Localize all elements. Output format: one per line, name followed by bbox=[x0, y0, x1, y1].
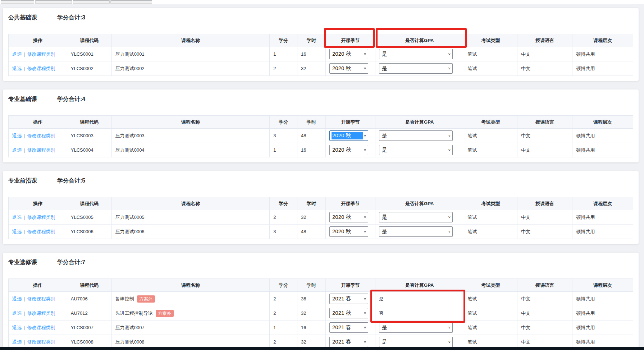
level-cell: 硕博共用 bbox=[572, 210, 633, 225]
modify-course-type-link[interactable]: 修改课程类别 bbox=[27, 147, 55, 153]
hours-cell: 36 bbox=[297, 292, 326, 306]
chevron-down-icon: ∨ bbox=[364, 297, 366, 300]
gpa-cell: 是∨ bbox=[375, 225, 464, 239]
language-cell: 中文 bbox=[517, 210, 572, 225]
modify-course-type-link[interactable]: 修改课程类别 bbox=[27, 324, 55, 331]
course-code-cell: YLCS0005 bbox=[67, 210, 112, 225]
chevron-down-icon: ∨ bbox=[364, 134, 366, 137]
season-select[interactable]: 2020 秋∨ bbox=[329, 226, 368, 237]
gpa-value-text: 否 bbox=[379, 310, 384, 317]
course-code-cell: AU7006 bbox=[67, 292, 112, 306]
table-row: 退选|修改课程类别YLCS0006压力测试00063482020 秋∨是∨笔试中… bbox=[9, 225, 633, 239]
season-select[interactable]: 2021 春∨ bbox=[329, 322, 368, 333]
gpa-select-value: 是 bbox=[381, 324, 447, 331]
column-header-level: 课程层次 bbox=[572, 34, 633, 47]
season-select[interactable]: 2020 秋∨ bbox=[329, 212, 368, 222]
language-cell: 中文 bbox=[517, 61, 572, 76]
column-header-exam-type: 考试类型 bbox=[464, 116, 518, 129]
course-name: 压力测试0006 bbox=[115, 229, 145, 235]
season-select[interactable]: 2021 秋∨ bbox=[329, 308, 368, 318]
season-cell: 2020 秋∨ bbox=[326, 225, 375, 239]
language-cell: 中文 bbox=[517, 321, 572, 335]
gpa-select[interactable]: 是∨ bbox=[379, 63, 453, 74]
link-separator: | bbox=[24, 66, 25, 71]
modify-course-type-link[interactable]: 修改课程类别 bbox=[27, 51, 55, 57]
column-header-level: 课程层次 bbox=[572, 116, 633, 129]
column-header-operation: 操作 bbox=[9, 34, 67, 47]
operation-cell: 退选|修改课程类别 bbox=[9, 129, 67, 143]
column-header-season: 开课季节 bbox=[326, 279, 375, 292]
credit-total: 学分合计:3 bbox=[57, 14, 85, 22]
season-select[interactable]: 2020 秋∨ bbox=[329, 130, 368, 141]
gpa-select[interactable]: 是∨ bbox=[379, 337, 453, 347]
level-cell: 硕博共用 bbox=[572, 225, 633, 239]
deselect-link[interactable]: 退选 bbox=[12, 147, 22, 153]
exam-type-cell: 笔试 bbox=[464, 321, 518, 335]
course-name-cell: 压力测试0003 bbox=[112, 129, 270, 143]
table-row: 退选|修改课程类别YLCS0003压力测试00033482020 秋∨是∨笔试中… bbox=[9, 129, 633, 143]
modify-course-type-link[interactable]: 修改课程类别 bbox=[27, 65, 55, 72]
column-header-course-code: 课程代码 bbox=[67, 116, 112, 129]
chevron-down-icon: ∨ bbox=[364, 311, 366, 315]
gpa-select[interactable]: 是∨ bbox=[379, 226, 453, 237]
gpa-select[interactable]: 是∨ bbox=[379, 145, 453, 155]
tab-stub-1[interactable] bbox=[1, 0, 34, 4]
gpa-cell: 否 bbox=[375, 306, 464, 321]
exam-type-cell: 笔试 bbox=[464, 143, 518, 157]
column-header-operation: 操作 bbox=[9, 197, 67, 210]
sections-container: 公共基础课学分合计:3操作课程代码课程名称学分学时开课季节是否计算GPA考试类型… bbox=[0, 4, 644, 350]
modify-course-type-link[interactable]: 修改课程类别 bbox=[27, 133, 55, 139]
deselect-link[interactable]: 退选 bbox=[12, 133, 22, 139]
link-separator: | bbox=[24, 310, 25, 316]
season-select-value: 2020 秋 bbox=[332, 228, 363, 235]
modify-course-type-link[interactable]: 修改课程类别 bbox=[27, 214, 55, 221]
season-cell: 2021 春∨ bbox=[326, 321, 375, 335]
season-cell: 2020 秋∨ bbox=[326, 210, 375, 225]
gpa-cell: 是∨ bbox=[375, 210, 464, 225]
modify-course-type-link[interactable]: 修改课程类别 bbox=[27, 339, 55, 345]
season-select[interactable]: 2021 春∨ bbox=[329, 294, 368, 304]
season-select[interactable]: 2020 秋∨ bbox=[329, 63, 368, 74]
season-select[interactable]: 2020 秋∨ bbox=[329, 145, 368, 155]
deselect-link[interactable]: 退选 bbox=[12, 229, 22, 235]
column-header-season: 开课季节 bbox=[326, 197, 375, 210]
deselect-link[interactable]: 退选 bbox=[12, 51, 22, 57]
deselect-link[interactable]: 退选 bbox=[12, 65, 22, 72]
gpa-select[interactable]: 是∨ bbox=[379, 49, 453, 59]
chevron-down-icon: ∨ bbox=[448, 66, 451, 70]
course-code-cell: YLCS0003 bbox=[67, 129, 112, 143]
modify-course-type-link[interactable]: 修改课程类别 bbox=[27, 229, 55, 235]
course-name-cell: 压力测试0007 bbox=[112, 321, 270, 335]
modify-course-type-link[interactable]: 修改课程类别 bbox=[27, 310, 55, 317]
tab-stub-2[interactable] bbox=[35, 0, 72, 4]
course-table: 操作课程代码课程名称学分学时开课季节是否计算GPA考试类型授课语言课程层次退选|… bbox=[8, 115, 633, 157]
column-header-level: 课程层次 bbox=[572, 279, 633, 292]
table-row: 退选|修改课程类别AU7006鲁棒控制方案外2362021 春∨是笔试中文硕博共… bbox=[9, 292, 633, 306]
gpa-cell: 是∨ bbox=[375, 129, 464, 143]
gpa-select[interactable]: 是∨ bbox=[379, 130, 453, 141]
season-select[interactable]: 2021 春∨ bbox=[329, 337, 368, 347]
chevron-down-icon: ∨ bbox=[448, 215, 451, 219]
modify-course-type-link[interactable]: 修改课程类别 bbox=[27, 296, 55, 302]
deselect-link[interactable]: 退选 bbox=[12, 214, 22, 221]
table-row: 退选|修改课程类别YLCS0007压力测试00071162021 春∨是∨笔试中… bbox=[9, 321, 633, 335]
table-row: 退选|修改课程类别YLCS0004压力测试00041162020 秋∨是∨笔试中… bbox=[9, 143, 633, 157]
tab-stub-4[interactable] bbox=[110, 0, 152, 4]
gpa-select[interactable]: 是∨ bbox=[379, 322, 453, 333]
deselect-link[interactable]: 退选 bbox=[12, 339, 22, 345]
deselect-link[interactable]: 退选 bbox=[12, 296, 22, 302]
course-code-cell: YLCS0006 bbox=[67, 225, 112, 239]
deselect-link[interactable]: 退选 bbox=[12, 310, 22, 317]
gpa-cell: 是∨ bbox=[375, 321, 464, 335]
credits-cell: 2 bbox=[270, 292, 297, 306]
season-cell: 2020 秋∨ bbox=[326, 47, 375, 61]
course-name-cell: 先进工程控制导论方案外 bbox=[112, 306, 270, 321]
out-of-plan-badge: 方案外 bbox=[156, 310, 174, 317]
season-select[interactable]: 2020 秋∨ bbox=[329, 49, 368, 59]
table-row: 退选|修改课程类别YLCS0002压力测试00022322020 秋∨是∨笔试中… bbox=[9, 61, 633, 76]
operation-cell: 退选|修改课程类别 bbox=[9, 47, 67, 61]
season-cell: 2021 秋∨ bbox=[326, 306, 375, 321]
deselect-link[interactable]: 退选 bbox=[12, 324, 22, 331]
gpa-select[interactable]: 是∨ bbox=[379, 212, 453, 222]
tab-stub-3[interactable] bbox=[73, 0, 110, 4]
